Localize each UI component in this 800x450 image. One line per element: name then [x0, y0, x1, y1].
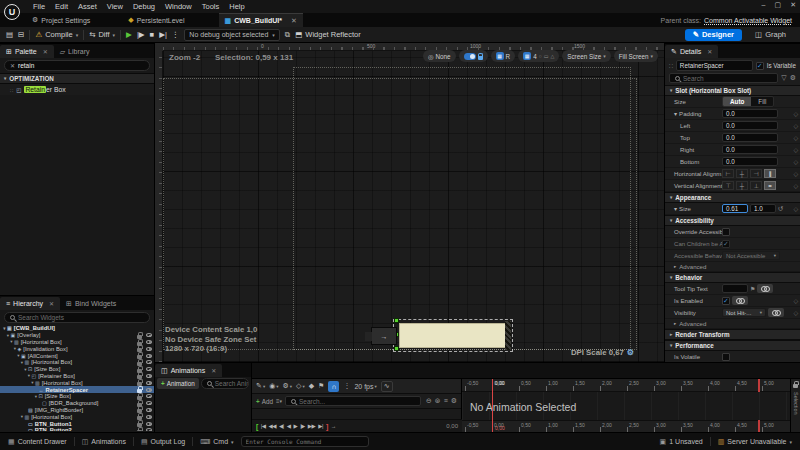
tree-row-invalidation box[interactable]: ▾◈[Invalidation Box] [0, 345, 154, 352]
align-button[interactable]: ⊥ [750, 181, 762, 190]
advanced-row[interactable]: ▸Advanced [665, 262, 800, 272]
section-appearance[interactable]: ▾Appearance [665, 192, 800, 203]
segment-fill[interactable]: Fill [751, 97, 773, 106]
visibility-eye-icon[interactable] [146, 374, 152, 378]
visibility-eye-icon[interactable] [146, 381, 152, 385]
output-log-button[interactable]: ▤Output Log [141, 438, 185, 446]
grid-snap[interactable]: ▦4○▭△ [518, 50, 559, 62]
size-rule-segmented[interactable]: AutoFill [722, 96, 774, 107]
reset-diamond-icon[interactable]: ◇ [793, 146, 798, 153]
project-settings-tab[interactable]: ⚙ Project Settings [26, 13, 96, 27]
visibility-eye-icon[interactable] [146, 354, 152, 358]
designer-mode-button[interactable]: ✎Designer [685, 29, 742, 41]
sequencer-timeline[interactable]: -0,500,000,501,001,502,002,503,003,504,0… [462, 379, 790, 432]
transport-button[interactable]: ◀◀ [269, 423, 276, 429]
reset-diamond-icon[interactable]: ◇ [793, 134, 798, 141]
close-icon[interactable]: ✕ [49, 300, 54, 307]
widget-reflector-button[interactable]: ⬒ Widget Reflector [295, 30, 361, 39]
settings-gear-icon[interactable]: ⚙ [790, 74, 796, 82]
value-input[interactable]: 0.0 [722, 121, 778, 130]
visibility-eye-icon[interactable] [146, 388, 152, 392]
play-button[interactable]: ▶ [126, 30, 132, 39]
bind-button[interactable] [732, 296, 748, 305]
transport-button[interactable]: → [331, 423, 336, 429]
playback-options-icon[interactable]: ⚙▾ [283, 382, 293, 390]
bind-button[interactable] [768, 308, 784, 317]
view-icon[interactable]: ⚙ [451, 397, 457, 405]
maximize-icon[interactable]: ▢ [775, 1, 782, 9]
spacer-handle[interactable]: → [371, 327, 397, 345]
menu-help[interactable]: Help [224, 2, 249, 11]
value-input[interactable]: 0.0 [722, 133, 778, 142]
snapping-icon[interactable]: ∩ [328, 381, 339, 392]
palette-search-input[interactable]: ✕ retain [4, 60, 150, 71]
add-animation-button[interactable]: +Animation [157, 378, 199, 389]
tree-row-retainer box[interactable]: ▾◰[Retainer Box] [0, 373, 154, 380]
transport-button[interactable]: ◀| [279, 423, 284, 429]
designer-canvas[interactable]: 050010001500 Zoom -2 Selection: 0,59 x 1… [155, 43, 665, 362]
marked-frame-icon[interactable]: ⚑ [318, 382, 324, 390]
palette-item-retainer-box[interactable]: ∷ ◰ Retainer Box [0, 84, 154, 95]
align-button[interactable]: ⊤ [722, 181, 734, 190]
align-button[interactable]: ⊣ [750, 169, 762, 178]
checkbox[interactable] [722, 353, 730, 361]
tree-row-btn_button1[interactable]: ▭BTN_Button1 [0, 420, 154, 427]
menu-file[interactable]: File [28, 2, 50, 11]
persistent-level-tab[interactable]: ◆ PersistentLevel [122, 13, 190, 27]
visibility-eye-icon[interactable] [146, 394, 152, 398]
timeline-ruler-top[interactable]: -0,500,000,501,001,502,002,503,003,504,0… [462, 379, 790, 392]
mini-icon[interactable]: △ [550, 53, 554, 59]
is-variable-checkbox[interactable]: ✓ [756, 62, 764, 70]
value-x-input[interactable]: 0.61 [722, 204, 748, 213]
value-input[interactable]: 0.0 [722, 109, 778, 118]
lock-icon[interactable] [137, 430, 142, 431]
align-button[interactable]: = [764, 181, 776, 190]
close-icon[interactable]: ✕ [707, 48, 712, 55]
preview-background[interactable]: ◎None [423, 50, 456, 62]
close-tab-icon[interactable]: ✕ [291, 17, 297, 25]
reset-diamond-icon[interactable]: ◇ [793, 205, 798, 212]
filter-icon[interactable]: ▽ [781, 74, 786, 82]
section-behavior[interactable]: ▾Behavior [665, 272, 800, 283]
server-status[interactable]: ▥Server Unavailable▾ [718, 438, 792, 446]
stop-button[interactable]: ■ [150, 30, 155, 39]
screen-size[interactable]: Screen Size▾ [562, 50, 610, 62]
section-render-transform[interactable]: ▸Render Transform [665, 329, 800, 340]
close-icon[interactable]: ✕ [43, 48, 48, 55]
section-performance[interactable]: ▾Performance [665, 340, 800, 351]
lock-icon[interactable] [793, 384, 798, 388]
visibility-eye-icon[interactable] [146, 415, 152, 419]
menu-asset[interactable]: Asset [73, 2, 102, 11]
graph-mode-button[interactable]: ◫Graph [747, 30, 794, 39]
fps[interactable]: 20 fps▾ [354, 383, 376, 390]
checkbox[interactable] [722, 228, 730, 236]
reset-diamond-icon[interactable]: ◇ [793, 170, 798, 177]
value-input[interactable]: 0.0 [722, 145, 778, 154]
clear-search-icon[interactable]: ✕ [10, 62, 15, 69]
reset-diamond-icon[interactable]: ◇ [793, 122, 798, 129]
tree-row-img_rightborder[interactable]: ▨[IMG_RightBorder] [0, 407, 154, 414]
save-button[interactable]: ▤ [6, 30, 13, 39]
track-search-input[interactable]: Search... [285, 396, 421, 406]
timeline-ruler-bottom[interactable]: -0,500,000,501,001,502,002,503,003,504,0… [462, 420, 790, 432]
animations-button[interactable]: ◫Animations [82, 438, 126, 446]
hierarchy-search-input[interactable]: Search Widgets [4, 312, 150, 323]
unsaved-status[interactable]: ▣1 Unsaved [660, 438, 703, 446]
filter-icon[interactable]: ≡▾ [276, 398, 282, 404]
tree-row-size box[interactable]: ▾⊡[Size Box] [0, 393, 154, 400]
advanced-row[interactable]: ▸Advanced [665, 319, 800, 329]
tab-details[interactable]: ✎Details✕ [665, 45, 718, 58]
tree-row-allcontent[interactable]: ▾▣[AllContent] [0, 352, 154, 359]
tree-row-bdr_background[interactable]: ▢[BDR_Background] [0, 400, 154, 407]
align-button[interactable]: ⊢ [722, 169, 734, 178]
transport-button[interactable]: |◀ [261, 423, 266, 429]
keyframe-settings-icon[interactable]: ◇▾ [296, 382, 305, 390]
value-y-input[interactable]: 1.0 [750, 204, 776, 213]
visibility-eye-icon[interactable] [146, 333, 152, 337]
visibility-eye-icon[interactable] [146, 428, 152, 431]
tree-row-horizontal box[interactable]: ▾▥[Horizontal Box] [0, 339, 154, 346]
toggle-switch[interactable] [464, 53, 476, 60]
curve-editor-icon[interactable]: ∿ [381, 381, 393, 392]
visibility-eye-icon[interactable] [146, 360, 152, 364]
selected-widget-outline[interactable] [393, 319, 513, 352]
